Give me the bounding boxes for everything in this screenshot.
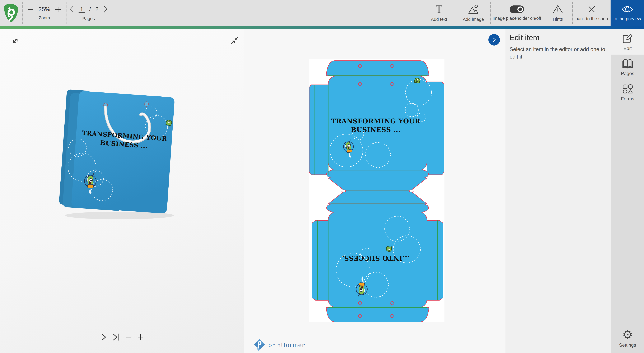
add-text-button[interactable]: T Add text xyxy=(422,0,456,26)
toolbar: 25% Zoom 1 / 2 Pages xyxy=(0,0,644,26)
toggle-icon xyxy=(510,6,524,13)
collapse-panel-button[interactable] xyxy=(488,34,500,46)
eye-icon xyxy=(621,5,634,14)
accent-progress-bar xyxy=(0,26,644,29)
to-preview-button[interactable]: to the preview xyxy=(610,0,644,26)
printformer-logo-icon xyxy=(253,338,266,351)
panel-title: Edit item xyxy=(510,33,539,42)
sidebar-spacer xyxy=(611,105,644,325)
back-text[interactable]: ...INTO SUCCESS. xyxy=(342,254,410,262)
add-image-label: Add image xyxy=(463,17,484,22)
sidebar-item-label: Edit xyxy=(624,46,632,51)
image-placeholder-toggle[interactable]: Image placeholder on/off xyxy=(491,0,543,26)
pick-logo-icon xyxy=(3,3,19,24)
sidebar-item-label: Pages xyxy=(621,71,634,76)
zoom-label: Zoom xyxy=(38,15,50,20)
shapes-icon xyxy=(622,84,634,94)
edit-icon xyxy=(622,33,633,44)
hints-label: Hints xyxy=(553,17,563,22)
editor-canvas[interactable]: TRANSFORMING YOUR BUSINESS ... ...INTO S… xyxy=(245,29,506,353)
pages-label: Pages xyxy=(82,16,95,21)
preview-3d-pane[interactable]: TRANSFORMING YOUR BUSINESS ... xyxy=(0,29,244,353)
sidebar-item-edit[interactable]: Edit xyxy=(611,29,644,55)
app-logo xyxy=(0,0,22,26)
book-icon xyxy=(622,58,634,69)
to-preview-label: to the preview xyxy=(614,16,641,21)
rotate-next-button[interactable] xyxy=(99,333,108,341)
dieline-outline xyxy=(309,61,444,322)
image-icon xyxy=(468,5,479,14)
back-to-shop-label: back to the shop xyxy=(576,16,608,21)
zoom-in-button[interactable] xyxy=(55,6,62,13)
preview-zoom-out-button[interactable] xyxy=(124,333,133,341)
sidebar-item-label: Settings xyxy=(619,342,636,348)
collapse-preview-button[interactable] xyxy=(230,36,240,46)
dieline-sheet[interactable]: TRANSFORMING YOUR BUSINESS ... ...INTO S… xyxy=(309,59,444,322)
zoom-out-button[interactable] xyxy=(27,6,34,13)
expand-preview-button[interactable] xyxy=(10,36,20,46)
shopping-bag: TRANSFORMING YOUR BUSINESS ... xyxy=(59,89,175,214)
page-next-button[interactable] xyxy=(103,5,108,14)
sidebar-item-forms[interactable]: Forms xyxy=(611,80,644,105)
preview-controls xyxy=(0,333,244,341)
gear-icon: ⚙ xyxy=(622,329,633,340)
sidebar-item-settings[interactable]: ⚙ Settings xyxy=(611,325,644,351)
add-image-button[interactable]: Add image xyxy=(456,0,490,26)
page-number-input[interactable]: 1 xyxy=(78,6,85,13)
page-prev-button[interactable] xyxy=(69,5,74,14)
pages-group: 1 / 2 Pages xyxy=(66,0,111,26)
page-divider: / xyxy=(89,6,91,13)
front-text-line1[interactable]: TRANSFORMING YOUR xyxy=(331,117,420,125)
zoom-group: 25% Zoom xyxy=(22,0,66,26)
rotate-end-button[interactable] xyxy=(112,333,121,341)
alien-back[interactable] xyxy=(386,246,392,252)
panel-subtitle: Select an item in the editor or add one … xyxy=(510,46,607,61)
image-placeholder-label: Image placeholder on/off xyxy=(492,16,541,21)
sidebar-item-pages[interactable]: Pages xyxy=(611,55,644,80)
printformer-brand: printformer xyxy=(253,338,305,351)
sidebar-item-label: Forms xyxy=(621,96,634,102)
warning-icon xyxy=(552,5,563,14)
hints-button[interactable]: Hints xyxy=(543,0,572,26)
bag-3d-preview[interactable]: TRANSFORMING YOUR BUSINESS ... xyxy=(53,88,192,225)
page-total: 2 xyxy=(95,6,98,13)
text-icon: T xyxy=(436,5,442,14)
close-icon xyxy=(588,5,596,14)
add-text-label: Add text xyxy=(431,17,447,22)
app: 25% Zoom 1 / 2 Pages xyxy=(0,0,644,353)
back-to-shop-button[interactable]: back to the shop xyxy=(573,0,610,26)
zoom-value: 25% xyxy=(38,6,50,13)
toolbar-spacer xyxy=(111,0,422,26)
printformer-wordmark: printformer xyxy=(268,341,305,348)
front-text-line2[interactable]: BUSINESS ... xyxy=(351,126,401,133)
preview-zoom-in-button[interactable] xyxy=(136,333,145,341)
sidebar: Edit Pages Forms xyxy=(611,29,644,353)
edit-item-panel: Edit item Select an item in the editor o… xyxy=(506,29,611,353)
